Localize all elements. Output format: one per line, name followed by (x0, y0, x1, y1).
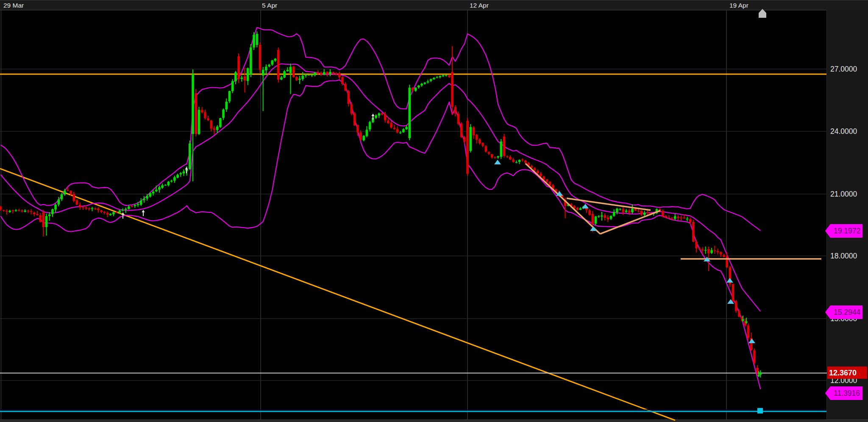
svg-text:18.0000: 18.0000 (830, 252, 857, 260)
svg-text:12.3670: 12.3670 (829, 369, 857, 377)
svg-text:19.1972: 19.1972 (834, 227, 860, 235)
svg-text:27.0000: 27.0000 (830, 65, 857, 73)
svg-text:19 Apr: 19 Apr (729, 2, 748, 9)
svg-text:24.0000: 24.0000 (830, 127, 857, 136)
svg-text:21.0000: 21.0000 (830, 190, 857, 198)
svg-text:15.2944: 15.2944 (834, 308, 861, 316)
svg-text:5 Apr: 5 Apr (262, 2, 277, 9)
svg-text:11.3916: 11.3916 (834, 389, 860, 397)
svg-text:12 Apr: 12 Apr (470, 2, 489, 9)
svg-text:29 Mar: 29 Mar (3, 2, 24, 9)
